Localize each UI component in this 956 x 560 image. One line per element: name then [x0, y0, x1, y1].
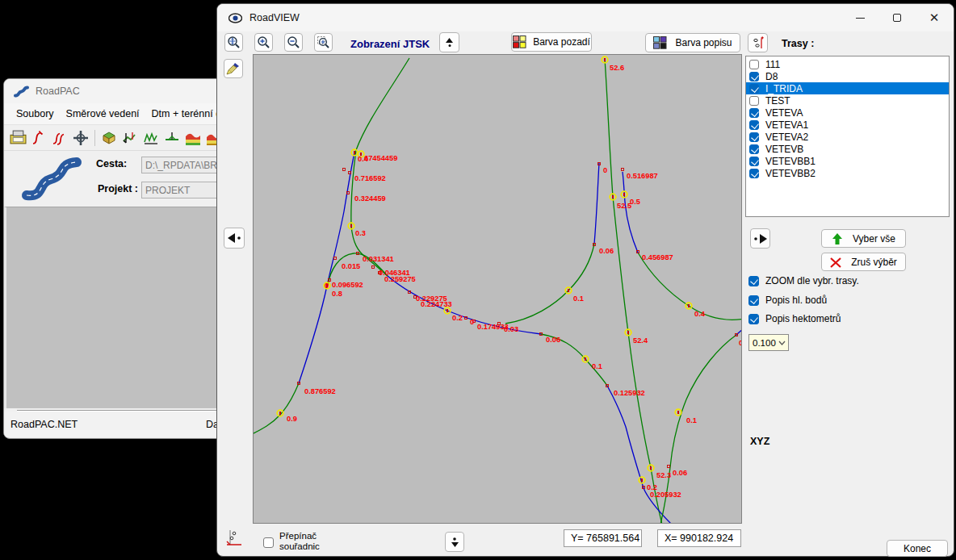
- station-label: 52.6: [610, 64, 624, 72]
- cesta-field[interactable]: D:\_RPDATA\BRE: [141, 157, 225, 173]
- trasy-item-label: VETEVA1: [765, 119, 808, 131]
- y-coordinate-field[interactable]: Y= 765891.564: [564, 529, 642, 547]
- trasy-checkbox-VETEVBB1[interactable]: [749, 157, 759, 166]
- option-row-popis-hl-bodu[interactable]: Popis hl. bodů: [748, 295, 827, 306]
- close-button[interactable]: ✕: [916, 4, 953, 31]
- menu-soubory[interactable]: Soubory: [16, 108, 54, 119]
- station-label: 0.06: [673, 469, 687, 477]
- roadpac-titlebar[interactable]: RoadPAC: [4, 79, 225, 103]
- alignment-curve-green: [505, 244, 594, 324]
- station-label: 0.4: [694, 310, 706, 318]
- status-left: RoadPAC.NET: [10, 419, 78, 430]
- option-checkbox-zoom-to-route[interactable]: [748, 276, 759, 286]
- double-s-curve-icon[interactable]: [51, 129, 69, 147]
- trasy-checkbox-I_TRIDA[interactable]: [749, 84, 759, 94]
- dtm-box-icon[interactable]: [100, 129, 118, 147]
- plotter-icon[interactable]: [9, 129, 27, 147]
- x-coordinate-field[interactable]: X= 990182.924: [657, 529, 741, 547]
- coord-switch-checkbox[interactable]: [263, 537, 274, 548]
- maximize-button[interactable]: [878, 4, 916, 31]
- axis-tool-button[interactable]: [224, 528, 244, 549]
- main-point-marker: [675, 409, 681, 416]
- station-label: 0.205932: [650, 491, 681, 499]
- trasy-checkbox-VETEVA1[interactable]: [749, 120, 759, 130]
- minimize-button[interactable]: [841, 4, 878, 31]
- trasy-item-label: I_TRIDA: [765, 83, 803, 94]
- interchange-icon[interactable]: [72, 129, 90, 147]
- option-label: ZOOM dle vybr. trasy.: [765, 275, 859, 286]
- station-label: 52.4: [633, 336, 648, 345]
- trasy-checkbox-TEST[interactable]: [749, 96, 759, 106]
- terrain-bands-icon[interactable]: [184, 129, 202, 147]
- trasy-item-VETEVBB2[interactable]: VETEVBB2: [746, 167, 949, 179]
- quit-button[interactable]: Konec: [887, 540, 948, 557]
- terrain-arrow-icon[interactable]: [121, 129, 139, 147]
- roadpac-toolbar: [4, 125, 225, 151]
- map-canvas[interactable]: 52.60.4674544590.7165920.3244590.300.516…: [253, 54, 742, 524]
- trasy-item-VETEVB[interactable]: VETEVB: [746, 143, 949, 155]
- trasy-checkbox-VETEVA2[interactable]: [749, 132, 759, 142]
- station-label: 0.096592: [332, 281, 363, 289]
- erase-button[interactable]: [224, 59, 243, 78]
- trasy-checkbox-VETEVB[interactable]: [749, 144, 759, 154]
- station-label: 0.9: [287, 415, 297, 423]
- move-route-button[interactable]: [750, 228, 770, 249]
- roadpac-header-panel: Cesta: D:\_RPDATA\BRE Projekt : PROJEKT: [4, 151, 225, 207]
- zoom-out-button[interactable]: [284, 33, 303, 52]
- maximize-icon: [893, 14, 901, 22]
- trasy-item-111[interactable]: 111: [746, 58, 949, 70]
- station-label: 0: [603, 166, 607, 174]
- interval-dropdown[interactable]: 0.100: [748, 334, 789, 351]
- trasy-tool-button[interactable]: [748, 33, 768, 52]
- background-color-button[interactable]: Barva pozadí: [511, 32, 592, 52]
- xyz-label: XYZ: [750, 436, 769, 447]
- trasy-item-VETEVA1[interactable]: VETEVA1: [746, 119, 949, 131]
- spinner-up-icon: [446, 38, 453, 43]
- quit-label: Konec: [904, 543, 931, 554]
- profile-icon[interactable]: [142, 129, 160, 147]
- trasy-item-I_TRIDA[interactable]: I_TRIDA: [746, 82, 949, 94]
- zoom-out-icon: [287, 36, 300, 49]
- trasy-checkbox-VETEVBB2[interactable]: [749, 169, 759, 178]
- alignment-curve-green: [254, 383, 299, 434]
- station-label: 0.06: [599, 247, 614, 255]
- zoom-extents-button[interactable]: [224, 33, 243, 52]
- trasy-item-TEST[interactable]: TEST: [746, 94, 949, 107]
- select-all-button[interactable]: Vyber vše: [821, 229, 906, 248]
- label-color-button[interactable]: Barva popisu: [645, 33, 740, 52]
- cross-section-icon[interactable]: [163, 129, 181, 147]
- menu-dtm[interactable]: Dtm + terénní da: [152, 108, 226, 119]
- roadpac-menubar: Soubory Směrové vedení Dtm + terénní da: [4, 103, 225, 125]
- collapse-panel-button[interactable]: [224, 228, 245, 249]
- station-label: 0: [739, 339, 741, 347]
- zoom-window-button[interactable]: [314, 33, 333, 52]
- projekt-field[interactable]: PROJEKT: [141, 182, 225, 199]
- trasy-item-VETEVA2[interactable]: VETEVA2: [746, 131, 949, 143]
- trasy-checkbox-VETEVA[interactable]: [749, 108, 759, 118]
- menu-smerove-vedeni[interactable]: Směrové vedení: [66, 108, 140, 119]
- trasy-checkbox-111[interactable]: [749, 60, 759, 69]
- option-checkbox-popis-hl-bodu[interactable]: [748, 295, 759, 306]
- bottom-spinner[interactable]: [445, 532, 464, 552]
- green-up-arrow-icon: [832, 233, 842, 244]
- s-curve-icon[interactable]: [30, 129, 48, 147]
- option-row-popis-hektometru[interactable]: Popis hektometrů: [748, 313, 841, 324]
- trasy-checkbox-D8[interactable]: [749, 72, 759, 81]
- roadview-titlebar[interactable]: RoadVIEW ✕: [217, 4, 954, 31]
- option-checkbox-popis-hektometru[interactable]: [748, 314, 759, 324]
- station-label: 0.031341: [363, 255, 394, 263]
- trasy-item-VETEVBB1[interactable]: VETEVBB1: [746, 155, 949, 167]
- option-label: Popis hektometrů: [765, 313, 841, 324]
- zoom-in-button[interactable]: [254, 33, 273, 52]
- trasy-item-D8[interactable]: D8: [746, 70, 949, 82]
- trasy-item-label: VETEVA: [765, 107, 803, 119]
- option-row-zoom-to-route[interactable]: ZOOM dle vybr. trasy.: [748, 275, 859, 286]
- roadpac-app-icon: [14, 86, 29, 98]
- interval-value: 0.100: [749, 338, 778, 348]
- view-spinner[interactable]: [439, 32, 459, 52]
- station-label: 0.5: [630, 198, 640, 206]
- trasy-item-VETEVA[interactable]: VETEVA: [746, 107, 949, 119]
- minimize-icon: [856, 18, 865, 19]
- clear-selection-button[interactable]: Zruš výběr: [821, 253, 906, 271]
- alignment-curve-blue: [623, 172, 638, 253]
